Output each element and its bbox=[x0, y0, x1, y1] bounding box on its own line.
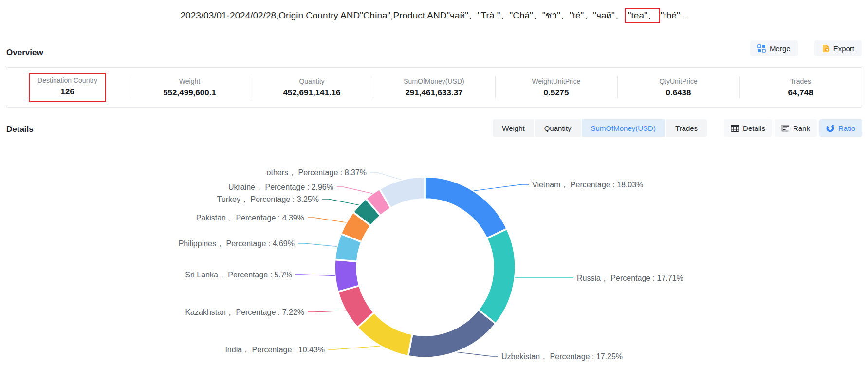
tab-trades[interactable]: Trades bbox=[666, 119, 707, 137]
view-rank-label: Rank bbox=[793, 124, 810, 132]
tab-sum-of-money[interactable]: SumOfMoney(USD) bbox=[582, 119, 665, 137]
pie-label-russia: Russia， Percentage : 17.71% bbox=[577, 274, 683, 282]
page: Vietnam， Percentage : 18.03%Russia， Perc… bbox=[0, 0, 868, 366]
label-line-pakistan bbox=[308, 218, 346, 222]
stat-destination-country: Destination Country 126 bbox=[6, 68, 129, 107]
stat-value: 552,499,600.1 bbox=[163, 88, 216, 98]
pie-label-others: others， Percentage : 8.37% bbox=[267, 168, 367, 177]
export-file-icon bbox=[822, 44, 830, 53]
pie-slice-uzbekistan[interactable] bbox=[408, 310, 496, 358]
stat-value: 291,461,633.37 bbox=[405, 88, 462, 98]
merge-button[interactable]: Merge bbox=[750, 40, 798, 56]
stat-label: Trades bbox=[790, 77, 811, 85]
merge-button-label: Merge bbox=[770, 44, 791, 53]
view-tab-group: Details Rank bbox=[724, 119, 862, 137]
pie-label-ukraine: Ukraine， Percentage : 2.96% bbox=[228, 183, 333, 191]
stat-value: 64,748 bbox=[788, 88, 813, 98]
stat-value: 126 bbox=[60, 87, 74, 97]
stat-label: Quantity bbox=[299, 77, 324, 85]
tab-weight[interactable]: Weight bbox=[493, 119, 534, 137]
stat-label: WeightUnitPrice bbox=[532, 77, 580, 85]
stat-label: SumOfMoney(USD) bbox=[404, 77, 464, 85]
label-line-kazakhstan bbox=[308, 311, 346, 312]
query-highlight-tea: "tea"、 bbox=[628, 10, 657, 20]
label-line-india bbox=[328, 346, 380, 349]
pie-label-philippines: Philippines， Percentage : 4.69% bbox=[179, 239, 295, 248]
pie-slice-russia[interactable] bbox=[478, 229, 516, 324]
stat-weight-unit-price: WeightUnitPrice 0.5275 bbox=[495, 68, 617, 107]
pie-label-pakistan: Pakistan， Percentage : 4.39% bbox=[196, 214, 304, 222]
pie-label-vietnam: Vietnam， Percentage : 18.03% bbox=[532, 181, 643, 189]
label-line-ukraine bbox=[337, 187, 372, 193]
pie-label-turkey: Turkey， Percentage : 3.25% bbox=[217, 195, 319, 203]
pie-label-india: India， Percentage : 10.43% bbox=[225, 346, 325, 354]
view-rank-button[interactable]: Rank bbox=[775, 119, 817, 137]
annotation-box-tea: "tea"、 bbox=[625, 8, 660, 23]
rank-bars-icon bbox=[781, 125, 789, 132]
label-line-others bbox=[370, 172, 402, 180]
stat-weight: Weight 552,499,600.1 bbox=[129, 68, 251, 107]
measure-tab-group: Weight Quantity SumOfMoney(USD) Trades bbox=[493, 119, 707, 137]
details-controls: Weight Quantity SumOfMoney(USD) Trades D… bbox=[493, 119, 862, 137]
query-title: 2023/03/01-2024/02/28,Origin Country AND… bbox=[0, 8, 868, 23]
annotation-box-destination-country: Destination Country 126 bbox=[29, 73, 106, 102]
overview-actions: Merge Export bbox=[750, 40, 862, 56]
tab-quantity[interactable]: Quantity bbox=[535, 119, 581, 137]
overview-heading: Overview bbox=[6, 48, 43, 57]
pie-slice-sri-lanka[interactable] bbox=[334, 259, 359, 292]
stat-value: 452,691,141.16 bbox=[283, 88, 340, 98]
overview-stats-card: Destination Country 126 Weight 552,499,6… bbox=[6, 67, 862, 108]
pie-label-sri-lanka: Sri Lanka， Percentage : 5.7% bbox=[185, 271, 292, 279]
label-line-uzbekistan bbox=[456, 352, 498, 356]
stat-quantity: Quantity 452,691,141.16 bbox=[251, 68, 373, 107]
export-button-label: Export bbox=[833, 44, 854, 53]
export-button[interactable]: Export bbox=[814, 40, 862, 56]
pie-label-kazakhstan: Kazakhstan， Percentage : 7.22% bbox=[185, 308, 304, 316]
pie-label-uzbekistan: Uzbekistan， Percentage : 17.25% bbox=[501, 352, 623, 361]
stat-trades: Trades 64,748 bbox=[739, 68, 862, 107]
query-title-suffix: "thé"... bbox=[661, 10, 688, 20]
pie-slice-vietnam[interactable] bbox=[425, 177, 507, 238]
stat-sum-of-money: SumOfMoney(USD) 291,461,633.37 bbox=[373, 68, 495, 107]
stat-label: Weight bbox=[179, 77, 200, 85]
stat-value: 0.5275 bbox=[544, 88, 569, 98]
query-title-prefix: 2023/03/01-2024/02/28,Origin Country AND… bbox=[181, 10, 624, 20]
details-heading: Details bbox=[6, 125, 34, 134]
ratio-donut-chart: Vietnam， Percentage : 18.03%Russia， Perc… bbox=[0, 0, 868, 366]
table-icon bbox=[731, 125, 739, 132]
stat-label: Destination Country bbox=[37, 76, 97, 84]
label-line-vietnam bbox=[474, 184, 529, 191]
view-ratio-label: Ratio bbox=[838, 124, 855, 132]
view-details-label: Details bbox=[743, 124, 765, 132]
stat-value: 0.6438 bbox=[666, 88, 691, 98]
label-line-sri-lanka bbox=[295, 274, 335, 276]
label-line-philippines bbox=[298, 243, 337, 246]
label-line-turkey bbox=[322, 199, 359, 205]
merge-icon bbox=[757, 44, 766, 53]
donut-icon bbox=[826, 124, 834, 132]
stat-qty-unit-price: QtyUnitPrice 0.6438 bbox=[617, 68, 739, 107]
view-details-button[interactable]: Details bbox=[724, 119, 772, 137]
view-ratio-button[interactable]: Ratio bbox=[819, 119, 862, 137]
stat-label: QtyUnitPrice bbox=[659, 77, 698, 85]
